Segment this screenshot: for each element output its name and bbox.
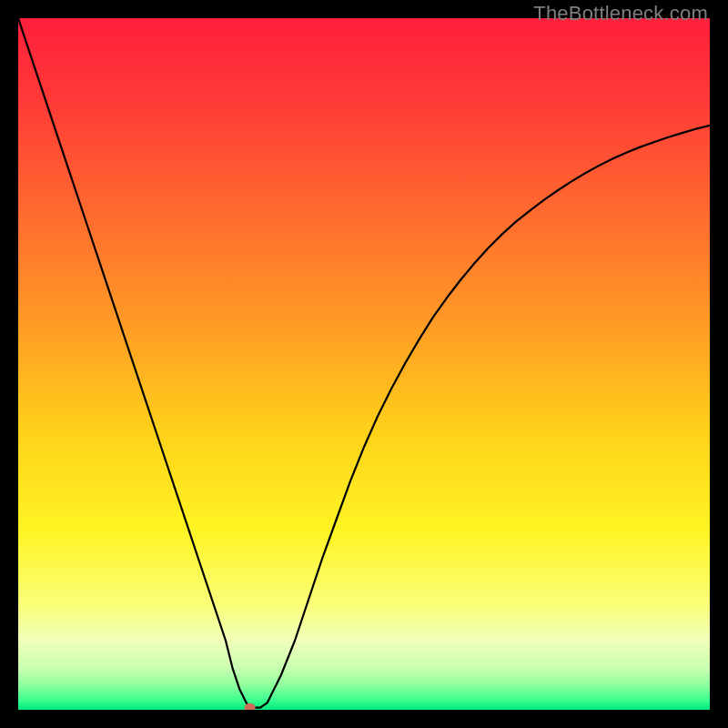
plot-area: [18, 18, 710, 710]
watermark-text: TheBottleneck.com: [533, 2, 708, 25]
gradient-background: [18, 18, 710, 710]
chart-frame: TheBottleneck.com: [0, 0, 728, 728]
bottleneck-chart: [18, 18, 710, 710]
